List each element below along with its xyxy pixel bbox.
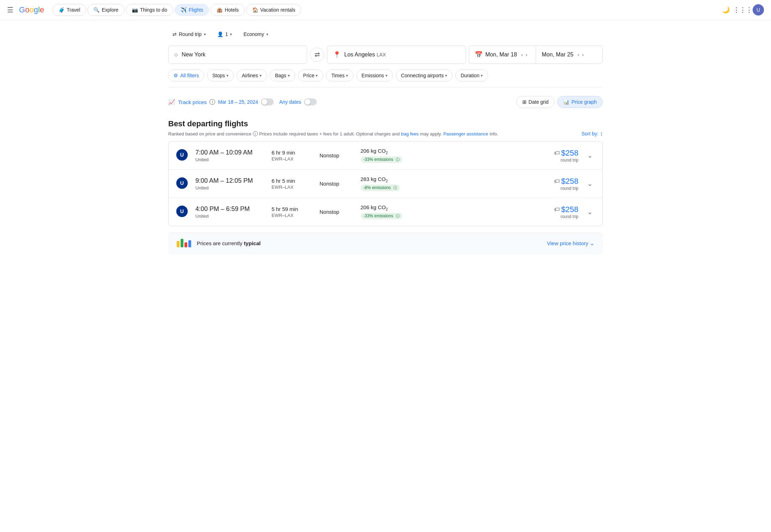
airline-name: United <box>195 213 266 219</box>
calendar-icon: 📅 <box>475 51 482 59</box>
price-ticket-icon: 🏷 <box>554 150 560 156</box>
any-dates-toggle[interactable] <box>304 98 317 105</box>
emissions-info-icon[interactable]: ⓘ <box>393 186 397 190</box>
dark-mode-icon[interactable]: 🌙 <box>719 3 733 17</box>
price-filter-label: Price <box>303 73 315 78</box>
flight-time-range: 4:00 PM – 6:59 PM <box>195 205 266 213</box>
subtitle-info: info. <box>490 131 498 137</box>
airlines-filter-button[interactable]: Airlines ▾ <box>237 69 267 81</box>
track-prices-icon: 📈 <box>168 99 175 105</box>
date-grid-button[interactable]: ⊞ Date grid <box>516 96 555 108</box>
track-info-icon[interactable]: i <box>210 99 215 105</box>
origin-input[interactable]: ○ New York <box>168 46 307 64</box>
bags-filter-button[interactable]: Bags ▾ <box>270 69 295 81</box>
price-graph-label: Price graph <box>571 99 597 105</box>
apps-icon[interactable]: ⋮⋮⋮ <box>736 3 750 17</box>
flight-price: 🏷 $258 round trip <box>536 149 578 163</box>
svg-text:U: U <box>180 208 184 214</box>
filters-row: ⚙ All filters Stops ▾ Airlines ▾ Bags ▾ … <box>168 69 603 81</box>
bag-fees-link[interactable]: bag fees <box>401 131 419 137</box>
view-price-history-link[interactable]: View price history ⌄ <box>547 240 594 247</box>
tab-explore[interactable]: 🔍 Explore <box>87 4 124 16</box>
passengers-button[interactable]: 👤 1 ▾ <box>213 29 237 40</box>
trip-type-dropdown-icon: ▾ <box>204 32 206 37</box>
hotels-icon: 🏨 <box>217 7 223 13</box>
flight-card[interactable]: U 7:00 AM – 10:09 AM United 6 hr 9 min E… <box>169 141 602 170</box>
expand-button[interactable]: ⌄ <box>584 150 595 161</box>
hamburger-icon[interactable]: ☰ <box>7 6 13 14</box>
emissions-filter-button[interactable]: Emissions ▾ <box>356 69 393 81</box>
class-button[interactable]: Economy ▾ <box>239 29 272 40</box>
tab-things-to-do-label: Things to do <box>140 7 167 13</box>
flight-times: 4:00 PM – 6:59 PM United <box>195 205 266 219</box>
date-to-input[interactable]: Mon, Mar 25 ‹ › <box>536 46 603 64</box>
connecting-airports-filter-button[interactable]: Connecting airports ▾ <box>396 69 453 81</box>
times-dropdown-icon: ▾ <box>346 73 348 78</box>
stops-filter-button[interactable]: Stops ▾ <box>207 69 234 81</box>
swap-button[interactable]: ⇄ <box>310 48 324 62</box>
date-to-text: Mon, Mar 25 <box>542 52 573 58</box>
divider <box>168 87 603 87</box>
emissions-value: 283 kg CO2 <box>360 176 424 183</box>
sort-icon: ↕ <box>600 131 603 137</box>
passenger-assistance-link[interactable]: Passenger assistance <box>443 131 488 137</box>
date-to-next-icon[interactable]: › <box>582 52 584 58</box>
flight-price: 🏷 $258 round trip <box>536 205 578 219</box>
price-graph-button[interactable]: 📊 Price graph <box>557 96 603 108</box>
flight-stops: Nonstop <box>320 152 355 158</box>
flight-route: EWR–LAX <box>272 185 314 190</box>
flight-duration: 6 hr 5 min EWR–LAX <box>272 178 314 190</box>
expand-button[interactable]: ⌄ <box>584 178 595 189</box>
tab-vacation-rentals[interactable]: 🏠 Vacation rentals <box>246 4 301 16</box>
destination-input[interactable]: 📍 Los Angeles LAX <box>327 46 466 64</box>
flight-route: EWR–LAX <box>272 156 314 162</box>
all-filters-button[interactable]: ⚙ All filters <box>168 69 204 81</box>
date-from-prev-icon[interactable]: ‹ <box>521 52 523 58</box>
subtitle-prices: Prices include required taxes + fees for… <box>259 131 400 137</box>
svg-text:U: U <box>180 152 184 158</box>
airline-name: United <box>195 185 266 191</box>
date-from-input[interactable]: 📅 Mon, Mar 18 ‹ › <box>469 46 536 64</box>
travel-icon: 🧳 <box>59 7 65 13</box>
trip-type-button[interactable]: ⇄ Round trip ▾ <box>168 29 210 40</box>
main-content: ⇄ Round trip ▾ 👤 1 ▾ Economy ▾ ○ New Yor… <box>160 20 611 263</box>
track-prices-toggle[interactable] <box>261 98 274 105</box>
price-dropdown-icon: ▾ <box>316 73 318 78</box>
flight-card[interactable]: U 9:00 AM – 12:05 PM United 6 hr 5 min E… <box>169 170 602 198</box>
price-ticket-icon: 🏷 <box>554 178 560 185</box>
tab-things-to-do[interactable]: 📷 Things to do <box>126 4 173 16</box>
tab-travel[interactable]: 🧳 Travel <box>53 4 86 16</box>
section-subtitle-row: Ranked based on price and convenience i … <box>168 131 603 137</box>
flight-stops: Nonstop <box>320 181 355 187</box>
destination-icon: 📍 <box>333 51 341 59</box>
user-avatar[interactable]: U <box>753 4 764 16</box>
duration-filter-button[interactable]: Duration ▾ <box>455 69 488 81</box>
date-to-prev-icon[interactable]: ‹ <box>578 52 579 58</box>
tab-explore-label: Explore <box>102 7 118 13</box>
tab-flights[interactable]: ✈️ Flights <box>175 4 209 16</box>
emissions-info-icon[interactable]: ⓘ <box>396 157 400 162</box>
airline-logo: U <box>176 149 190 163</box>
round-trip-icon: ⇄ <box>172 31 177 37</box>
price-graph-icon: 📊 <box>563 99 569 105</box>
tab-hotels[interactable]: 🏨 Hotels <box>211 4 245 16</box>
bags-filter-label: Bags <box>275 73 286 78</box>
expand-button[interactable]: ⌄ <box>584 206 595 218</box>
price-history-text: Prices are currently typical <box>197 240 261 246</box>
flight-card[interactable]: U 4:00 PM – 6:59 PM United 5 hr 59 min E… <box>169 198 602 226</box>
emissions-info-icon[interactable]: ⓘ <box>396 214 400 218</box>
duration-time: 6 hr 9 min <box>272 150 314 156</box>
things-to-do-icon: 📷 <box>132 7 138 13</box>
tab-vacation-rentals-label: Vacation rentals <box>260 7 295 13</box>
info-circle-icon[interactable]: i <box>253 131 258 136</box>
price-filter-button[interactable]: Price ▾ <box>298 69 323 81</box>
any-dates-label: Any dates <box>279 99 301 105</box>
emissions-badge: -33% emissions ⓘ <box>360 156 402 163</box>
date-from-next-icon[interactable]: › <box>526 52 527 58</box>
price-history-bar: Prices are currently typical View price … <box>168 232 603 254</box>
any-dates: Any dates <box>279 98 317 105</box>
flight-duration: 5 hr 59 min EWR–LAX <box>272 206 314 218</box>
times-filter-button[interactable]: Times ▾ <box>326 69 353 81</box>
track-prices-bar: 📈 Track prices i Mar 18 – 25, 2024 Any d… <box>168 93 603 111</box>
sort-by[interactable]: Sort by: ↕ <box>582 131 603 137</box>
